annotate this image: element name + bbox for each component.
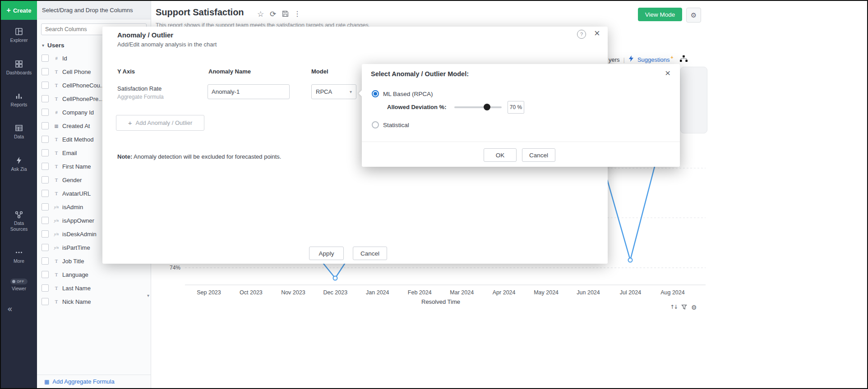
checkbox[interactable] bbox=[42, 109, 49, 116]
ask-zia-icon bbox=[14, 156, 23, 165]
checkbox[interactable] bbox=[42, 163, 49, 170]
anomaly-name-input[interactable] bbox=[208, 84, 290, 99]
sidebar-item-ask-zia[interactable]: Ask Zia bbox=[1, 156, 37, 172]
checkbox[interactable] bbox=[42, 257, 49, 265]
x-tick-label: Sep 2023 bbox=[189, 289, 229, 296]
close-icon[interactable]: × bbox=[594, 27, 600, 39]
column-item-last-name[interactable]: TLast Name bbox=[37, 281, 145, 295]
cancel-button[interactable]: Cancel bbox=[353, 247, 387, 260]
column-type-icon: T bbox=[52, 137, 60, 142]
create-button[interactable]: + Create bbox=[1, 1, 37, 20]
popover-cancel-button[interactable]: Cancel bbox=[522, 148, 555, 162]
column-label: isAppOwner bbox=[62, 217, 94, 224]
column-label: Nick Name bbox=[62, 298, 91, 305]
ml-based-radio[interactable] bbox=[372, 90, 379, 97]
checkbox[interactable] bbox=[42, 217, 49, 224]
chart-settings-gear-icon[interactable]: ⚙ bbox=[691, 304, 697, 311]
close-icon[interactable]: × bbox=[665, 68, 670, 78]
column-type-icon: ▦ bbox=[52, 124, 60, 128]
settings-gear-icon[interactable]: ⚙ bbox=[686, 8, 701, 23]
viewer-off-toggle[interactable]: OFF bbox=[10, 279, 28, 284]
checkbox[interactable] bbox=[42, 271, 49, 278]
checkbox[interactable] bbox=[42, 82, 49, 89]
help-icon[interactable]: ? bbox=[577, 30, 586, 39]
x-tick-label: Oct 2023 bbox=[231, 289, 271, 296]
more-dots-icon bbox=[14, 248, 23, 257]
sidebar-item-more[interactable]: More bbox=[1, 248, 37, 264]
layers-label-fragment[interactable]: yers bbox=[609, 56, 620, 63]
checkbox[interactable] bbox=[42, 284, 49, 292]
column-label: Cell Phone bbox=[62, 69, 91, 75]
chart-type-hierarchy-icon[interactable] bbox=[679, 55, 688, 64]
collapsed-right-panel[interactable] bbox=[680, 67, 707, 133]
checkbox[interactable] bbox=[42, 176, 49, 183]
sidebar-item-explorer[interactable]: Explorer bbox=[1, 27, 37, 43]
column-label: isAdmin bbox=[62, 204, 83, 211]
column-type-icon: # bbox=[52, 56, 60, 61]
checkbox[interactable] bbox=[42, 244, 49, 251]
sidebar-item-viewer[interactable]: OFF Viewer bbox=[1, 277, 37, 292]
x-tick-label: Dec 2023 bbox=[315, 289, 356, 296]
dialog-title: Anomaly / Outlier bbox=[117, 31, 173, 39]
checkbox[interactable] bbox=[42, 149, 49, 156]
apply-button[interactable]: Apply bbox=[309, 247, 344, 260]
checkbox[interactable] bbox=[42, 298, 49, 305]
app-window: 74% Sep 2023Oct 2023Nov 2023Dec 2023Jan … bbox=[0, 0, 868, 389]
reports-icon bbox=[14, 92, 23, 101]
suggestions-link[interactable]: Suggestions bbox=[637, 56, 670, 63]
add-anomaly-button[interactable]: + Add Anomaly / Outlier bbox=[116, 115, 204, 131]
column-type-icon: T bbox=[52, 299, 60, 304]
more-options-kebab-icon[interactable]: ⋮ bbox=[294, 9, 301, 18]
sort-icon[interactable]: ↑↓ bbox=[670, 304, 677, 310]
column-type-icon: T bbox=[52, 191, 60, 196]
column-label: Company Id bbox=[62, 109, 94, 116]
save-icon[interactable] bbox=[282, 10, 289, 19]
x-tick-label: Jun 2024 bbox=[568, 289, 609, 296]
column-type-icon: T bbox=[52, 178, 60, 183]
checkbox[interactable] bbox=[42, 230, 49, 238]
users-group-toggle[interactable]: ▾ Users bbox=[42, 42, 65, 49]
column-item-nick-name[interactable]: TNick Name bbox=[37, 295, 145, 308]
sidebar-item-data-sources[interactable]: Data Sources bbox=[1, 210, 37, 232]
model-dropdown[interactable]: RPCA ▾ bbox=[311, 84, 356, 99]
sidebar-item-data[interactable]: Data bbox=[1, 124, 37, 140]
ok-button[interactable]: OK bbox=[484, 148, 517, 162]
favorite-star-icon[interactable]: ☆ bbox=[257, 9, 264, 18]
checkbox[interactable] bbox=[42, 95, 49, 102]
add-aggregate-formula-link[interactable]: ▦ Add Aggregate Formula bbox=[37, 375, 151, 388]
x-tick-label: Nov 2023 bbox=[273, 289, 314, 296]
column-item-language[interactable]: TLanguage bbox=[37, 268, 145, 281]
y-axis-column-header: Y Axis bbox=[117, 68, 135, 75]
column-label: Language bbox=[62, 271, 88, 278]
divider bbox=[362, 142, 680, 142]
page-title: Support Satisfaction bbox=[156, 7, 244, 18]
checkbox[interactable] bbox=[42, 122, 49, 129]
checkbox[interactable] bbox=[42, 55, 49, 62]
column-label: AvatarURL bbox=[62, 190, 91, 197]
scroll-down-icon[interactable]: ▾ bbox=[147, 293, 149, 298]
sidebar-item-dashboards[interactable]: Dashboards bbox=[1, 59, 37, 76]
statistical-radio[interactable] bbox=[372, 121, 379, 128]
deviation-slider-handle[interactable] bbox=[484, 104, 490, 110]
column-label: Gender bbox=[62, 177, 82, 183]
deviation-slider-track[interactable] bbox=[454, 106, 502, 108]
dialog-note: Note: Anomaly detection will be excluded… bbox=[117, 153, 281, 160]
checkbox[interactable] bbox=[42, 136, 49, 143]
column-type-icon: y/n bbox=[52, 219, 60, 223]
column-type-icon: # bbox=[52, 110, 60, 115]
deviation-value-box[interactable]: 70 % bbox=[508, 101, 524, 114]
column-type-icon: T bbox=[52, 272, 60, 277]
checkbox[interactable] bbox=[42, 203, 49, 211]
checkbox[interactable] bbox=[42, 68, 49, 75]
collapse-sidebar-icon[interactable]: « bbox=[7, 304, 13, 314]
column-label: Id bbox=[62, 55, 67, 62]
view-mode-button[interactable]: View Mode bbox=[638, 8, 682, 21]
sidebar-item-reports[interactable]: Reports bbox=[1, 92, 37, 108]
x-tick-label: Jul 2024 bbox=[610, 289, 651, 296]
column-label: Last Name bbox=[62, 285, 91, 292]
refresh-icon[interactable]: ⟳ bbox=[270, 9, 276, 18]
column-type-icon: T bbox=[52, 69, 60, 74]
checkbox[interactable] bbox=[42, 190, 49, 197]
column-type-icon: T bbox=[52, 96, 60, 101]
filter-icon[interactable] bbox=[681, 304, 688, 312]
